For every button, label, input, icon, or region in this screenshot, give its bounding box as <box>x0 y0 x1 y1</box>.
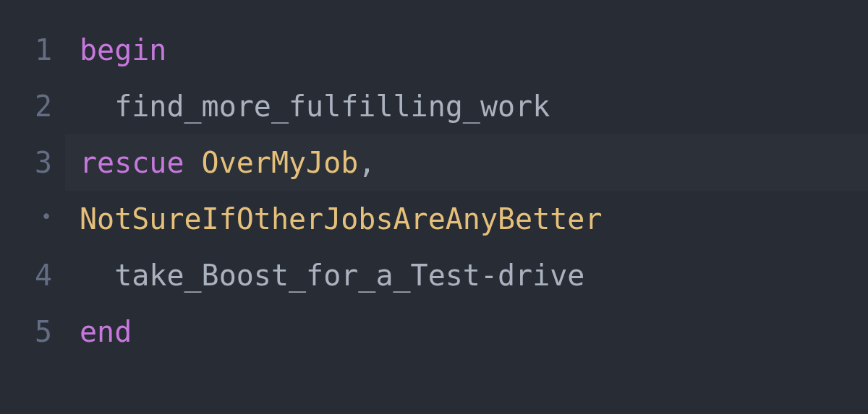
line-number: 3 <box>0 134 52 191</box>
line-number: 4 <box>0 247 52 303</box>
code-line[interactable]: end <box>80 303 868 360</box>
wrap-indicator: • <box>0 191 52 247</box>
code-line[interactable]: take_Boost_for_a_Test-drive <box>80 247 868 303</box>
punctuation-token: , <box>358 134 375 191</box>
indent <box>80 78 114 134</box>
code-editor: 1 2 3 • 4 5 begin find_more_fulfilling_w… <box>0 22 868 414</box>
code-line[interactable]: find_more_fulfilling_work <box>80 78 868 134</box>
keyword-token: begin <box>80 22 166 78</box>
code-line[interactable]: begin <box>80 22 868 78</box>
class-token: OverMyJob <box>202 134 359 191</box>
code-area[interactable]: begin find_more_fulfilling_work rescue O… <box>65 22 868 414</box>
identifier-token: find_more_fulfilling_work <box>114 78 550 134</box>
whitespace <box>184 134 202 191</box>
identifier-token: take_Boost_for_a_Test-drive <box>114 247 584 303</box>
keyword-token: end <box>80 303 132 360</box>
indent <box>80 247 114 303</box>
line-number: 5 <box>0 303 52 360</box>
code-line-active[interactable]: rescue OverMyJob, <box>80 134 868 191</box>
keyword-token: rescue <box>80 134 184 191</box>
class-token: NotSureIfOtherJobsAreAnyBetter <box>80 191 602 247</box>
line-number: 2 <box>0 78 52 134</box>
line-number: 1 <box>0 22 52 78</box>
code-line-wrapped[interactable]: NotSureIfOtherJobsAreAnyBetter <box>80 191 868 247</box>
line-number-gutter: 1 2 3 • 4 5 <box>0 22 65 414</box>
